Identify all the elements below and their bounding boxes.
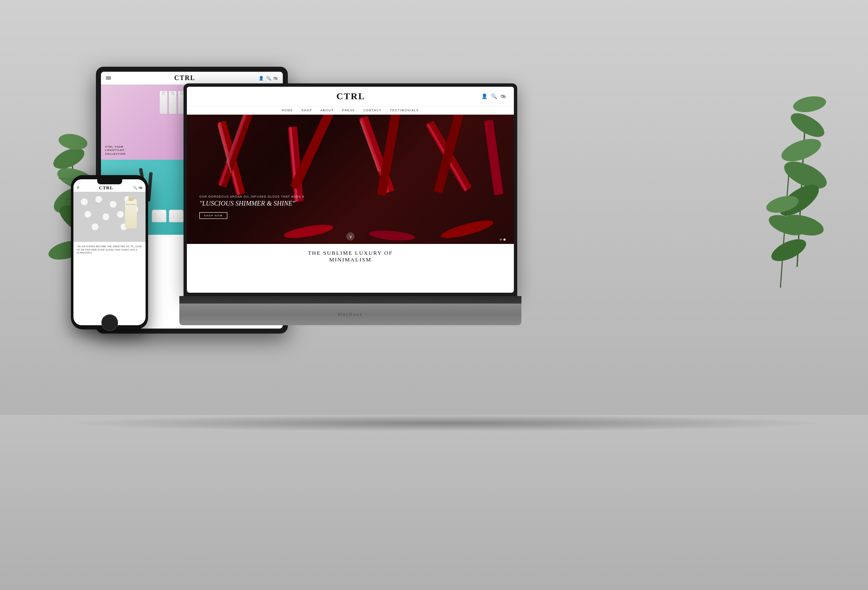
phone-hero-image: CTRL REPLENISH bbox=[73, 192, 146, 242]
bottle-1 bbox=[160, 91, 167, 114]
svg-point-14 bbox=[766, 211, 807, 239]
tablet-cart-icon: 🛍 bbox=[274, 76, 278, 80]
hero-tubes bbox=[187, 115, 514, 244]
dot-2[interactable] bbox=[503, 239, 506, 241]
phone-screen: ☰ CTRL 🔍 🛍 CTRL REPLENISH bbox=[73, 179, 146, 325]
laptop-bottom: MacBook bbox=[179, 304, 521, 325]
hamburger-icon bbox=[106, 76, 111, 80]
laptop-screen: CTRL 👤 🔍 🛍 HOME SHOP ABOUT PRESS CONTACT… bbox=[187, 87, 514, 293]
table-surface bbox=[0, 415, 868, 590]
nav-contact[interactable]: CONTACT bbox=[363, 109, 382, 112]
grid-label-1: CTRL YOURLIFESTYLE®COLLECTION bbox=[105, 145, 126, 156]
nav-shop[interactable]: SHOP bbox=[302, 109, 312, 112]
phone-device: ☰ CTRL 🔍 🛍 CTRL REPLENISH bbox=[71, 175, 148, 329]
svg-rect-30 bbox=[484, 120, 503, 195]
laptop-search-icon: 🔍 bbox=[491, 93, 497, 100]
hero-pagination-dots bbox=[500, 239, 506, 241]
svg-point-34 bbox=[283, 222, 334, 241]
phone-product: CTRL REPLENISH bbox=[123, 196, 139, 233]
laptop-logo: CTRL bbox=[336, 91, 365, 102]
svg-point-13 bbox=[792, 94, 827, 114]
phone-search-icon: 🔍 bbox=[133, 186, 137, 190]
hero-cta-button[interactable]: SHOP NOW bbox=[199, 212, 227, 219]
hero-subtitle: OUR GORGEOUS ARGAN OIL INFUSED GLOSS THA… bbox=[199, 195, 304, 198]
phone-quote-text: "AS AIR KISSES BECOME THE GREETING GO TO… bbox=[77, 245, 142, 255]
svg-point-10 bbox=[787, 108, 828, 142]
dot-1[interactable] bbox=[500, 239, 502, 241]
tablet-header-icons: 👤 🔍 🛍 bbox=[259, 76, 278, 80]
laptop-section-title: THE SUBLIME LUXURY OF MINIMALISM bbox=[195, 250, 506, 263]
tablet-header: CTRL 👤 🔍 🛍 bbox=[101, 72, 283, 85]
phone-header-icons: 🔍 🛍 bbox=[133, 186, 142, 190]
laptop-header-icons: 👤 🔍 🛍 bbox=[481, 93, 506, 100]
phone-notch bbox=[97, 179, 122, 184]
svg-point-9 bbox=[778, 134, 824, 166]
macbook-label: MacBook bbox=[338, 312, 363, 317]
nav-testimonials[interactable]: TESTIMONIALS bbox=[390, 109, 419, 112]
phone-outer: ☰ CTRL 🔍 🛍 CTRL REPLENISH bbox=[71, 175, 148, 329]
laptop-section: THE SUBLIME LUXURY OF MINIMALISM bbox=[187, 244, 514, 269]
laptop-hero: OUR GORGEOUS ARGAN OIL INFUSED GLOSS THA… bbox=[187, 115, 514, 244]
plant-right-bottom bbox=[747, 167, 814, 292]
svg-point-5 bbox=[57, 132, 88, 152]
nav-press[interactable]: PRESS bbox=[342, 109, 355, 112]
phone-bottle: REPLENISH bbox=[125, 199, 137, 228]
laptop-hinge bbox=[179, 296, 521, 304]
tablet-search-icon: 🔍 bbox=[266, 76, 271, 80]
phone-hamburger-icon: ☰ bbox=[77, 186, 79, 189]
laptop-screen-outer: CTRL 👤 🔍 🛍 HOME SHOP ABOUT PRESS CONTACT… bbox=[184, 83, 517, 296]
svg-point-15 bbox=[765, 193, 801, 216]
laptop-header: CTRL 👤 🔍 🛍 bbox=[187, 87, 514, 106]
svg-point-35 bbox=[369, 229, 415, 242]
hero-text-overlay: OUR GORGEOUS ARGAN OIL INFUSED GLOSS THA… bbox=[199, 195, 304, 219]
tablet-logo: CTRL bbox=[174, 74, 195, 82]
hero-scroll-chevron[interactable] bbox=[346, 232, 355, 241]
phone-home-button[interactable] bbox=[101, 314, 118, 331]
phone-cart-icon: 🛍 bbox=[139, 186, 142, 190]
phone-text-section: "AS AIR KISSES BECOME THE GREETING GO TO… bbox=[73, 242, 146, 258]
phone-logo: CTRL bbox=[99, 185, 113, 190]
nav-home[interactable]: HOME bbox=[282, 109, 293, 112]
laptop-user-icon: 👤 bbox=[481, 93, 488, 100]
cream-jars bbox=[152, 210, 184, 222]
jar-1 bbox=[152, 210, 166, 222]
grid-cell-1: CTRL YOURLIFESTYLE®COLLECTION bbox=[101, 85, 192, 160]
hero-title: "LUSCIOUS SHIMMER & SHINE" bbox=[199, 200, 304, 207]
laptop-cart-icon: 🛍 bbox=[501, 93, 506, 100]
svg-point-16 bbox=[768, 235, 809, 266]
svg-point-36 bbox=[440, 217, 495, 242]
tablet-user-icon: 👤 bbox=[259, 76, 264, 80]
bottle-2 bbox=[169, 91, 176, 114]
laptop-device: CTRL 👤 🔍 🛍 HOME SHOP ABOUT PRESS CONTACT… bbox=[179, 83, 521, 325]
nav-about[interactable]: ABOUT bbox=[320, 109, 334, 112]
laptop-base: MacBook bbox=[179, 296, 521, 325]
device-shadow bbox=[63, 415, 826, 432]
